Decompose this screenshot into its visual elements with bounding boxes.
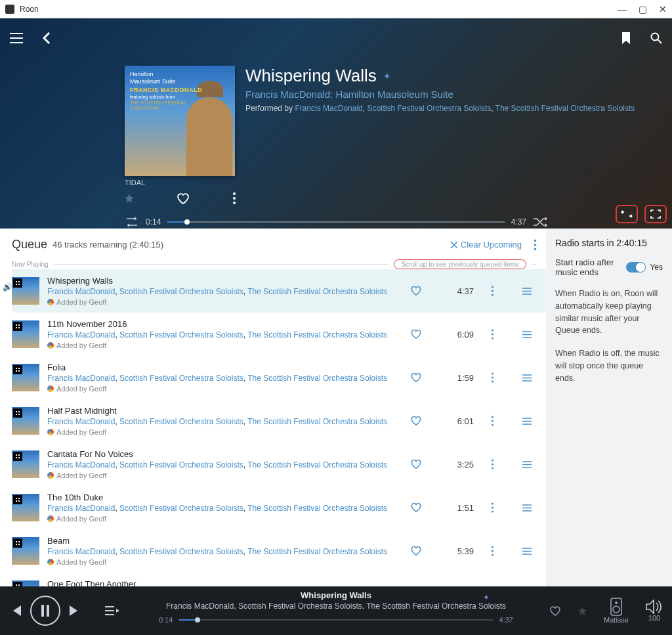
queue-thumb[interactable] xyxy=(12,537,39,565)
queue-track-title[interactable]: One Foot Then Another xyxy=(47,579,403,586)
queue-row-reorder-icon[interactable] xyxy=(522,418,537,425)
queue-row-more-icon[interactable] xyxy=(491,416,505,426)
progress-bar[interactable] xyxy=(167,221,504,223)
bookmark-icon[interactable] xyxy=(621,32,631,44)
queue-favorite-icon[interactable] xyxy=(411,330,421,339)
queue-artist-link[interactable]: Francis MacDonald xyxy=(47,287,115,296)
more-icon[interactable] xyxy=(232,192,236,205)
queue-thumb[interactable] xyxy=(12,364,39,391)
queue-artist-link[interactable]: Scottish Festival Orchestra Soloists xyxy=(119,330,243,339)
queue-artist-link[interactable]: Scottish Festival Orchestra Soloists xyxy=(119,287,243,296)
maximize-button[interactable]: ▢ xyxy=(639,4,647,14)
swap-button[interactable] xyxy=(616,205,638,223)
queue-row-reorder-icon[interactable] xyxy=(522,504,537,512)
queue-track-title[interactable]: Whispering Walls xyxy=(47,276,403,286)
zone-selector[interactable]: Matisse xyxy=(604,598,629,624)
queue-artist-link[interactable]: Francis MacDonald xyxy=(47,417,115,426)
queue-favorite-icon[interactable] xyxy=(411,546,421,556)
queue-row-reorder-icon[interactable] xyxy=(522,548,537,555)
minimize-button[interactable]: — xyxy=(618,4,627,14)
next-track-button[interactable] xyxy=(70,605,81,616)
queue-row[interactable]: 🔊 Whispering Walls Francis MacDonald, Sc… xyxy=(12,269,546,313)
fullscreen-button[interactable] xyxy=(644,205,667,223)
queue-favorite-icon[interactable] xyxy=(411,373,421,382)
clear-upcoming-button[interactable]: Clear Upcoming xyxy=(450,240,522,250)
queue-row[interactable]: 11th November 2016 Francis MacDonald, Sc… xyxy=(12,313,546,356)
queue-row-reorder-icon[interactable] xyxy=(522,461,537,468)
volume-control[interactable]: 100 xyxy=(646,600,663,622)
queue-thumb[interactable] xyxy=(12,494,39,521)
queue-row[interactable]: Half Past Midnight Francis MacDonald, Sc… xyxy=(12,399,546,443)
queue-artist-link[interactable]: The Scottish Festival Orchestra Soloists xyxy=(247,504,387,513)
queue-row-more-icon[interactable] xyxy=(491,329,505,339)
queue-artist-link[interactable]: Scottish Festival Orchestra Soloists xyxy=(119,547,243,556)
queue-artist-link[interactable]: The Scottish Festival Orchestra Soloists xyxy=(247,547,387,556)
queue-artist-link[interactable]: Scottish Festival Orchestra Soloists xyxy=(119,374,243,383)
queue-artist-link[interactable]: Scottish Festival Orchestra Soloists xyxy=(119,460,243,470)
queue-artist-link[interactable]: Francis MacDonald xyxy=(47,504,115,513)
queue-artist-link[interactable]: Francis MacDonald xyxy=(47,547,115,556)
repeat-icon[interactable] xyxy=(125,217,139,227)
queue-row-reorder-icon[interactable] xyxy=(522,331,537,338)
queue-row-more-icon[interactable] xyxy=(491,286,505,296)
performer-link-2[interactable]: The Scottish Festival Orchestra Soloists xyxy=(495,104,635,113)
queue-track-title[interactable]: The 10th Duke xyxy=(47,493,403,502)
queue-favorite-icon[interactable] xyxy=(411,503,421,512)
queue-artist-link[interactable]: The Scottish Festival Orchestra Soloists xyxy=(247,374,387,383)
queue-thumb[interactable] xyxy=(12,277,39,305)
shuffle-icon[interactable] xyxy=(533,217,547,227)
footer-favorite-icon[interactable] xyxy=(549,605,561,616)
queue-artist-link[interactable]: Francis MacDonald xyxy=(47,460,115,470)
queue-row-reorder-icon[interactable] xyxy=(522,288,537,295)
queue-track-title[interactable]: Cantata For No Voices xyxy=(47,449,403,459)
back-icon[interactable] xyxy=(43,32,51,44)
play-pause-button[interactable] xyxy=(30,596,60,626)
queue-more-icon[interactable] xyxy=(534,239,537,251)
queue-track-title[interactable]: Beam xyxy=(47,536,403,546)
prev-track-button[interactable] xyxy=(9,605,21,616)
queue-favorite-icon[interactable] xyxy=(411,416,421,426)
queue-icon[interactable] xyxy=(105,605,119,616)
queue-track-title[interactable]: Half Past Midnight xyxy=(47,406,403,416)
search-icon[interactable] xyxy=(650,32,662,44)
footer-progress-bar[interactable] xyxy=(179,619,492,621)
menu-icon[interactable] xyxy=(10,33,23,43)
queue-row[interactable]: Cantata For No Voices Francis MacDonald,… xyxy=(12,443,546,486)
queue-favorite-icon[interactable] xyxy=(411,460,421,469)
album-art[interactable]: Hamilton Mausoleum Suite FRANCIS MACDONA… xyxy=(125,66,235,176)
favorite-icon[interactable] xyxy=(177,192,190,204)
queue-row-reorder-icon[interactable] xyxy=(522,374,537,382)
queue-row[interactable]: Beam Francis MacDonald, Scottish Festiva… xyxy=(12,529,546,573)
performer-link-0[interactable]: Francis MacDonald xyxy=(295,104,362,113)
queue-artist-link[interactable]: The Scottish Festival Orchestra Soloists xyxy=(247,460,387,470)
queue-artist-link[interactable]: Scottish Festival Orchestra Soloists xyxy=(119,417,243,426)
queue-thumb[interactable] xyxy=(12,407,39,435)
queue-thumb[interactable] xyxy=(12,320,39,348)
queue-artist-link[interactable]: The Scottish Festival Orchestra Soloists xyxy=(247,417,387,426)
queue-row[interactable]: The 10th Duke Francis MacDonald, Scottis… xyxy=(12,486,546,529)
queue-thumb[interactable] xyxy=(12,450,39,478)
queue-artist-link[interactable]: The Scottish Festival Orchestra Soloists xyxy=(247,287,387,296)
performer-link-1[interactable]: Scottish Festival Orchestra Soloists xyxy=(367,104,491,113)
close-button[interactable]: ✕ xyxy=(659,4,667,14)
footer-track-title[interactable]: Whispering Walls xyxy=(301,590,371,600)
queue-row[interactable]: One Foot Then Another Francis MacDonald,… xyxy=(12,573,546,586)
queue-track-title[interactable]: 11th November 2016 xyxy=(47,319,403,329)
album-link[interactable]: Francis MacDonald: Hamilton Mausoleum Su… xyxy=(245,89,453,100)
queue-track-title[interactable]: Folia xyxy=(47,362,403,372)
queue-artist-link[interactable]: Francis MacDonald xyxy=(47,330,115,339)
radio-toggle[interactable] xyxy=(626,262,646,273)
queue-row-more-icon[interactable] xyxy=(491,459,505,470)
queue-artist-link[interactable]: Francis MacDonald xyxy=(47,374,115,383)
pin-icon[interactable] xyxy=(125,194,134,203)
queue-row-more-icon[interactable] xyxy=(491,546,505,556)
footer-pin-icon[interactable] xyxy=(578,607,587,615)
queue-row[interactable]: Folia Francis MacDonald, Scottish Festiv… xyxy=(12,356,546,399)
queue-artist-link[interactable]: The Scottish Festival Orchestra Soloists xyxy=(247,330,387,339)
queue-thumb[interactable] xyxy=(12,580,39,586)
footer-artists[interactable]: Francis MacDonald, Scottish Festival Orc… xyxy=(159,602,513,611)
queue-favorite-icon[interactable] xyxy=(411,286,421,296)
queue-row-more-icon[interactable] xyxy=(491,372,505,383)
queue-row-more-icon[interactable] xyxy=(491,502,505,513)
queue-artist-link[interactable]: Scottish Festival Orchestra Soloists xyxy=(119,504,243,513)
